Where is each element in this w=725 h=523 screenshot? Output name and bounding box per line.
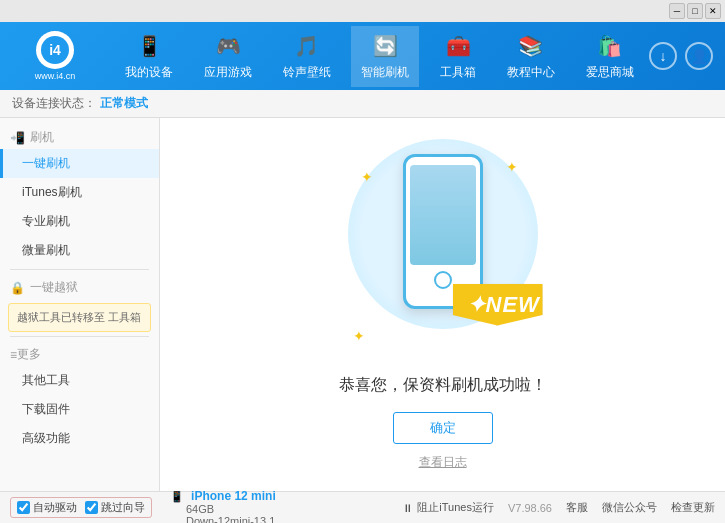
sidebar-item-save-flash[interactable]: 微量刷机 [0,236,159,265]
auto-drive-checkbox-wrapper[interactable]: 自动驱动 [17,500,77,515]
sparkle-top-left: ✦ [361,169,373,185]
nav-toolbox[interactable]: 🧰 工具箱 [430,26,486,87]
device-storage: 64GB [186,503,214,515]
jailbreak-section-icon: 🔒 [10,281,25,295]
smart-flash-icon: 🔄 [371,32,399,60]
sidebar: 📲 刷机 一键刷机 iTunes刷机 专业刷机 微量刷机 🔒 一键越狱 越狱工具… [0,118,160,491]
status-label: 设备连接状态： [12,95,96,112]
sidebar-item-download-firmware[interactable]: 下载固件 [0,395,159,424]
nav-tutorial[interactable]: 📚 教程中心 [497,26,565,87]
auto-drive-checkbox[interactable] [17,501,30,514]
sidebar-section-more: ≡ 更多 [0,341,159,366]
sidebar-jailbreak-info: 越狱工具已转移至 工具箱 [8,303,151,332]
download-firmware-label: 下载固件 [22,402,70,416]
sidebar-section-jailbreak: 🔒 一键越狱 [0,274,159,299]
maximize-button[interactable]: □ [687,3,703,19]
jailbreak-section-label: 一键越狱 [30,279,78,296]
other-tools-label: 其他工具 [22,373,70,387]
phone-illustration: ✦ ✦ ✦ ✦NEW✦ [343,139,543,359]
pro-flash-label: 专业刷机 [22,214,70,228]
shop-icon: 🛍️ [596,32,624,60]
sparkle-top-right: ✦ [506,159,518,175]
more-section-label: 更多 [17,346,41,363]
itunes-flash-label: iTunes刷机 [22,185,82,199]
tutorial-icon: 📚 [517,32,545,60]
footer-left: 自动驱动 跳过向导 📱 iPhone 12 mini 64GB Down-12m… [10,489,276,524]
sidebar-item-advanced[interactable]: 高级功能 [0,424,159,453]
phone-home-btn [434,271,452,289]
skip-wizard-checkbox-wrapper[interactable]: 跳过向导 [85,500,145,515]
footer-right: ⏸ 阻止iTunes运行 V7.98.66 客服 微信公众号 检查更新 [402,500,715,515]
status-value: 正常模式 [100,95,148,112]
nav-app-game-label: 应用游戏 [204,64,252,81]
stop-itunes-label: 阻止iTunes运行 [417,500,494,515]
new-ribbon: ✦NEW✦ [453,284,543,326]
sidebar-item-onekey-flash[interactable]: 一键刷机 [0,149,159,178]
nav-shop-label: 爱思商城 [586,64,634,81]
footer: 自动驱动 跳过向导 📱 iPhone 12 mini 64GB Down-12m… [0,491,725,523]
close-button[interactable]: ✕ [705,3,721,19]
device-model: Down-12mini-13,1 [186,515,275,524]
logo-area: i4 www.i4.cn [0,31,110,81]
content-area: ✦ ✦ ✦ ✦NEW✦ 恭喜您，保资料刷机成功啦！ 确定 查看日志 [160,118,725,491]
success-message: 恭喜您，保资料刷机成功啦！ [339,375,547,396]
onekey-flash-label: 一键刷机 [22,156,70,170]
nav-ringtone-label: 铃声壁纸 [283,64,331,81]
skip-wizard-label: 跳过向导 [101,500,145,515]
sidebar-section-flash: 📲 刷机 [0,124,159,149]
update-link[interactable]: 检查更新 [671,500,715,515]
device-info: 📱 iPhone 12 mini 64GB Down-12mini-13,1 [170,489,276,524]
my-device-icon: 📱 [135,32,163,60]
service-link[interactable]: 客服 [566,500,588,515]
sidebar-divider-2 [10,336,149,337]
nav-tutorial-label: 教程中心 [507,64,555,81]
log-link[interactable]: 查看日志 [419,454,467,471]
logo-icon: i4 [36,31,74,69]
nav-shop[interactable]: 🛍️ 爱思商城 [576,26,644,87]
sidebar-item-itunes-flash[interactable]: iTunes刷机 [0,178,159,207]
nav-toolbox-label: 工具箱 [440,64,476,81]
sidebar-item-other-tools[interactable]: 其他工具 [0,366,159,395]
svg-text:i4: i4 [49,42,61,58]
flash-section-icon: 📲 [10,131,25,145]
nav-smart-flash[interactable]: 🔄 智能刷机 [351,26,419,87]
sidebar-divider-1 [10,269,149,270]
phone-screen [410,165,476,265]
nav-bar: 📱 我的设备 🎮 应用游戏 🎵 铃声壁纸 🔄 智能刷机 🧰 工具箱 📚 教程中心… [110,26,649,87]
skip-wizard-checkbox[interactable] [85,501,98,514]
ringtone-icon: 🎵 [293,32,321,60]
header: i4 www.i4.cn 📱 我的设备 🎮 应用游戏 🎵 铃声壁纸 🔄 智能刷机… [0,22,725,90]
jailbreak-info-text: 越狱工具已转移至 工具箱 [17,311,141,323]
wechat-link[interactable]: 微信公众号 [602,500,657,515]
new-badge: ✦NEW✦ [453,284,543,339]
nav-app-game[interactable]: 🎮 应用游戏 [194,26,262,87]
title-bar: ─ □ ✕ [0,0,725,22]
advanced-label: 高级功能 [22,431,70,445]
stop-itunes-button[interactable]: ⏸ 阻止iTunes运行 [402,500,494,515]
flash-section-label: 刷机 [30,129,54,146]
save-flash-label: 微量刷机 [22,243,70,257]
app-game-icon: 🎮 [214,32,242,60]
stop-itunes-icon: ⏸ [402,502,413,514]
logo-text: www.i4.cn [35,71,76,81]
nav-my-device-label: 我的设备 [125,64,173,81]
confirm-button[interactable]: 确定 [393,412,493,444]
minimize-button[interactable]: ─ [669,3,685,19]
nav-my-device[interactable]: 📱 我的设备 [115,26,183,87]
version-label: V7.98.66 [508,502,552,514]
auto-drive-label: 自动驱动 [33,500,77,515]
main-layout: 📲 刷机 一键刷机 iTunes刷机 专业刷机 微量刷机 🔒 一键越狱 越狱工具… [0,118,725,491]
download-button[interactable]: ↓ [649,42,677,70]
nav-ringtone[interactable]: 🎵 铃声壁纸 [273,26,341,87]
header-right: ↓ 👤 [649,42,725,70]
user-button[interactable]: 👤 [685,42,713,70]
sidebar-item-pro-flash[interactable]: 专业刷机 [0,207,159,236]
status-bar: 设备连接状态： 正常模式 [0,90,725,118]
more-section-icon: ≡ [10,348,17,362]
sparkle-bottom-left: ✦ [353,328,365,344]
toolbox-icon: 🧰 [444,32,472,60]
nav-smart-flash-label: 智能刷机 [361,64,409,81]
